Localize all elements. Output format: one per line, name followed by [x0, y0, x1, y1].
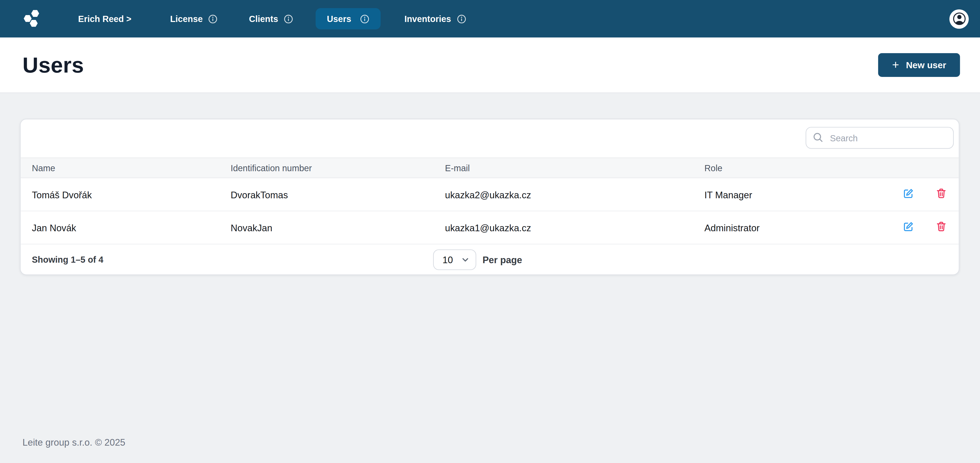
- column-header-email: E-mail: [445, 163, 704, 173]
- cell-identification-number: NovakJan: [231, 222, 445, 233]
- users-admin-page: Erich Reed > License Clients Users Inven…: [0, 0, 980, 463]
- cell-role: IT Manager: [704, 189, 879, 200]
- nav-item-label: License: [170, 14, 203, 24]
- main-nav: License Clients Users Inventories: [161, 0, 489, 38]
- person-icon: [951, 11, 967, 26]
- info-icon: [360, 14, 369, 24]
- per-page-label: Per page: [483, 254, 522, 265]
- info-icon: [208, 14, 218, 24]
- per-page-select[interactable]: 10: [433, 249, 476, 270]
- hexagon-logo[interactable]: [22, 8, 43, 29]
- cell-role: Administrator: [704, 222, 879, 233]
- per-page-value: 10: [442, 254, 453, 265]
- search-input[interactable]: [805, 127, 954, 149]
- column-header-role: Role: [704, 163, 879, 173]
- cell-name: Tomáš Dvořák: [32, 189, 231, 200]
- table-row: Jan Novák NovakJan ukazka1@ukazka.cz Adm…: [21, 211, 959, 245]
- table-toolbar: [21, 119, 959, 158]
- column-header-identification: Identification number: [231, 163, 445, 173]
- table-header-row: Name Identification number E-mail Role: [21, 158, 959, 178]
- chevron-down-icon: [461, 255, 469, 263]
- search-box: [805, 127, 954, 149]
- cell-identification-number: DvorakTomas: [231, 189, 445, 200]
- delete-user-button[interactable]: [935, 187, 948, 202]
- edit-user-button[interactable]: [902, 220, 915, 235]
- nav-item-clients[interactable]: Clients: [240, 8, 302, 29]
- cell-email: ukazka1@ukazka.cz: [445, 222, 704, 233]
- user-avatar-button[interactable]: [949, 9, 969, 29]
- edit-icon: [903, 221, 914, 234]
- users-table-card: Name Identification number E-mail Role T…: [20, 119, 959, 275]
- nav-item-users[interactable]: Users: [316, 8, 381, 29]
- new-user-button-label: New user: [906, 60, 946, 70]
- cell-name: Jan Novák: [32, 222, 231, 233]
- trash-icon: [936, 221, 946, 234]
- top-navigation-bar: Erich Reed > License Clients Users Inven…: [0, 0, 980, 38]
- copyright-text: Leite group s.r.o. © 2025: [22, 437, 125, 448]
- info-icon: [457, 14, 466, 24]
- nav-item-label: Inventories: [404, 14, 451, 24]
- nav-item-inventories[interactable]: Inventories: [396, 8, 475, 29]
- plus-icon: +: [892, 59, 899, 70]
- edit-user-button[interactable]: [902, 187, 915, 202]
- new-user-button[interactable]: + New user: [878, 53, 960, 77]
- search-icon: [812, 132, 824, 146]
- trash-icon: [936, 188, 946, 200]
- showing-count: Showing 1–5 of 4: [32, 255, 433, 264]
- column-header-name: Name: [32, 163, 231, 173]
- cell-email: ukazka2@ukazka.cz: [445, 189, 704, 200]
- info-icon: [284, 14, 293, 24]
- page-title: Users: [22, 53, 84, 78]
- table-footer: Showing 1–5 of 4 10 Per page: [21, 245, 959, 274]
- table-body: Tomáš Dvořák DvorakTomas ukazka2@ukazka.…: [21, 178, 959, 244]
- account-menu[interactable]: Erich Reed >: [78, 14, 131, 24]
- nav-item-license[interactable]: License: [161, 8, 227, 29]
- delete-user-button[interactable]: [935, 220, 948, 235]
- users-table: Name Identification number E-mail Role T…: [21, 158, 959, 245]
- page-header: Users + New user: [0, 38, 980, 93]
- table-row: Tomáš Dvořák DvorakTomas ukazka2@ukazka.…: [21, 178, 959, 211]
- edit-icon: [903, 188, 914, 200]
- nav-item-label: Clients: [249, 14, 278, 24]
- nav-item-label: Users: [327, 14, 351, 24]
